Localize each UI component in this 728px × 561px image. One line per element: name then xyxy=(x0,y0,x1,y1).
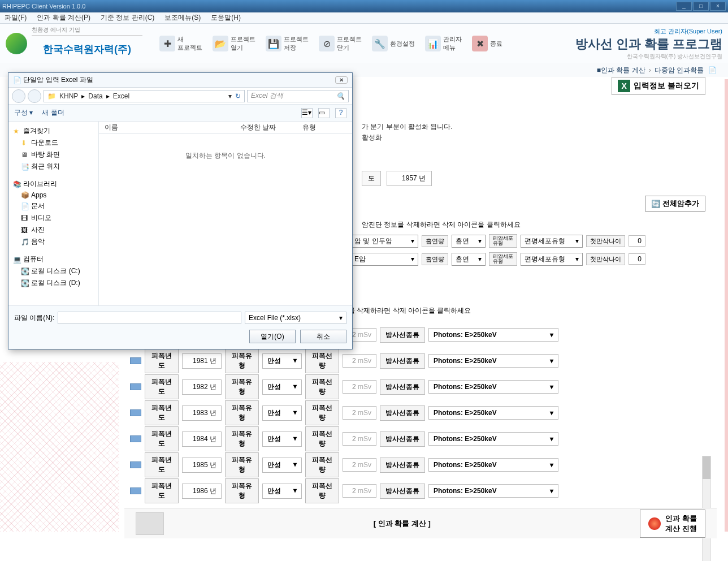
tree-videos[interactable]: 🎞비디오 xyxy=(11,212,96,224)
nav-back-button[interactable] xyxy=(12,89,25,103)
firstage-value[interactable]: 0 xyxy=(629,253,645,265)
filename-input[interactable] xyxy=(58,312,241,324)
close-project-button[interactable]: ⊘프로젝트 닫기 xyxy=(319,35,362,52)
view-mode-button[interactable]: ☰▾ xyxy=(301,108,313,118)
exposure-type-label: 피폭유형 xyxy=(225,426,259,451)
tree-cdisk[interactable]: 💽로컬 디스크 (C:) xyxy=(11,265,96,277)
delete-row-button[interactable] xyxy=(130,435,141,442)
radiation-kind-select[interactable]: Photons: E>250keV▾ xyxy=(428,406,558,420)
tree-documents[interactable]: 📄문서 xyxy=(11,200,96,212)
exposure-dose-value[interactable]: 2 mSv xyxy=(343,458,376,472)
celltype-select[interactable]: 편평세포유형▾ xyxy=(521,253,583,266)
col-name[interactable]: 이름 xyxy=(105,123,240,132)
path-bar[interactable]: 📁 KHNP ▸ Data ▸ Excel ▾ ↻ xyxy=(44,90,245,102)
exposure-type-select[interactable]: 만성▾ xyxy=(262,458,302,473)
exposure-dose-label: 피폭선량 xyxy=(305,478,339,503)
exposure-row: 피폭년도1984 년피폭유형만성▾피폭선량2 mSv방사선종류Photons: … xyxy=(130,426,673,451)
organize-button[interactable]: 구성 ▾ xyxy=(14,108,33,118)
exit-button[interactable]: ✖종료 xyxy=(472,36,502,51)
radiation-kind-select[interactable]: Photons: E>250keV▾ xyxy=(428,354,558,368)
delete-row-button[interactable] xyxy=(130,461,141,468)
birthyear-value[interactable]: 1957 년 xyxy=(387,171,432,186)
radiation-kind-select[interactable]: Photons: E>250keV▾ xyxy=(428,328,558,342)
settings-button[interactable]: 🔧환경설정 xyxy=(372,36,415,51)
exposure-dose-value[interactable]: 2 mSv xyxy=(343,354,376,368)
col-modified[interactable]: 수정한 날짜 xyxy=(240,123,302,132)
col-type[interactable]: 유형 xyxy=(302,123,316,132)
exposure-dose-value[interactable]: 2 mSv xyxy=(343,432,376,446)
main-toolbar: ✚새 프로젝트 📂프로젝트 열기 💾프로젝트 저장 ⊘프로젝트 닫기 🔧환경설정… xyxy=(159,35,502,52)
exposure-year-label: 피폭년도 xyxy=(145,478,179,503)
radiation-kind-label: 방사선종류 xyxy=(380,379,425,395)
smoking-select[interactable]: 흡연▾ xyxy=(452,235,486,248)
delete-row-button[interactable] xyxy=(130,383,141,390)
radiation-kind-select[interactable]: Photons: E>250keV▾ xyxy=(428,432,558,446)
tree-recent[interactable]: 📑최근 위치 xyxy=(11,161,96,172)
bottom-bar: [ 인과 확률 계산 ] 인과 확률 계산 진행 xyxy=(124,508,717,538)
new-project-button[interactable]: ✚새 프로젝트 xyxy=(159,35,202,52)
breadcrumb-2[interactable]: 다중암 인과확률 xyxy=(655,66,704,75)
dialog-close-button[interactable]: ✕ xyxy=(335,76,348,84)
exposure-type-select[interactable]: 만성▾ xyxy=(262,405,302,421)
celltype-select[interactable]: 편평세포유형▾ xyxy=(521,235,583,248)
exposure-dose-value[interactable]: 2 mSv xyxy=(343,406,376,420)
exposure-type-select[interactable]: 만성▾ xyxy=(262,379,302,395)
tree-apps[interactable]: 📦Apps xyxy=(11,190,96,200)
exposure-year-value[interactable]: 1982 년 xyxy=(182,379,222,395)
save-project-button[interactable]: 💾프로젝트 저장 xyxy=(266,35,309,52)
tree-music[interactable]: 🎵음악 xyxy=(11,236,96,248)
tree-downloads[interactable]: ⬇다운로드 xyxy=(11,137,96,149)
exposure-dose-value[interactable]: 2 mSv xyxy=(343,380,376,394)
tree-libraries[interactable]: 📚라이브러리 xyxy=(11,178,96,190)
maximize-button[interactable]: □ xyxy=(693,2,709,11)
cancer-type-select[interactable]: 암 및 인두암▾ xyxy=(350,235,418,248)
tree-ddisk[interactable]: 💽로컬 디스크 (D:) xyxy=(11,277,96,289)
menu-aux[interactable]: 보조메뉴(S) xyxy=(164,13,201,23)
radiation-kind-select[interactable]: Photons: E>250keV▾ xyxy=(428,484,558,498)
add-all-cancer-button[interactable]: 🔄 전체암추가 xyxy=(645,196,705,212)
tree-pictures[interactable]: 🖼사진 xyxy=(11,224,96,236)
tree-favorites[interactable]: ★즐겨찾기 xyxy=(11,125,96,137)
cancer-type-select[interactable]: E암▾ xyxy=(350,253,418,266)
dialog-search-input[interactable]: Excel 검색 🔍 xyxy=(247,90,349,102)
open-project-button[interactable]: 📂프로젝트 열기 xyxy=(213,35,255,52)
breadcrumb-1[interactable]: 인과 확률 계산 xyxy=(601,66,645,75)
help-button[interactable]: ? xyxy=(335,108,346,118)
delete-row-button[interactable] xyxy=(130,409,141,416)
dialog-open-button[interactable]: 열기(O) xyxy=(249,330,296,343)
menu-calc[interactable]: 인과 확률 계산(P) xyxy=(37,13,90,23)
app-name: 방사선 인과 확률 프로그램 xyxy=(575,36,722,53)
new-folder-button[interactable]: 새 폴더 xyxy=(42,108,64,118)
exposure-year-value[interactable]: 1983 년 xyxy=(182,405,222,421)
exposure-year-value[interactable]: 1986 년 xyxy=(182,484,222,499)
dialog-cancel-button[interactable]: 취소 xyxy=(300,330,346,343)
celltype-label: 폐암세포 유형 xyxy=(489,234,517,248)
exposure-type-select[interactable]: 만성▾ xyxy=(262,353,302,369)
radiation-kind-select[interactable]: Photons: E>250keV▾ xyxy=(428,458,558,472)
exposure-year-value[interactable]: 1981 년 xyxy=(182,353,222,369)
tree-desktop[interactable]: 🖥바탕 화면 xyxy=(11,149,96,161)
preview-pane-button[interactable]: ▭ xyxy=(318,108,330,118)
firstage-value[interactable]: 0 xyxy=(629,235,645,247)
menu-baseinfo[interactable]: 기준 정보 관리(C) xyxy=(101,13,154,23)
menu-help[interactable]: 도움말(H) xyxy=(211,13,241,23)
exposure-year-value[interactable]: 1985 년 xyxy=(182,458,222,473)
radiation-kind-select[interactable]: Photons: E>250keV▾ xyxy=(428,380,558,394)
close-button[interactable]: × xyxy=(710,2,726,11)
smoking-select[interactable]: 흡연▾ xyxy=(452,253,486,266)
delete-row-button[interactable] xyxy=(130,357,141,364)
refresh-path-icon[interactable]: ↻ xyxy=(235,92,241,100)
load-input-button[interactable]: X 입력정보 불러오기 xyxy=(612,77,705,95)
filetype-dropdown[interactable]: Excel File (*.xlsx)▾ xyxy=(245,312,346,324)
delete-row-button[interactable] xyxy=(130,487,141,494)
exposure-dose-value[interactable]: 2 mSv xyxy=(343,484,376,498)
nav-forward-button[interactable] xyxy=(28,89,41,103)
admin-menu-button[interactable]: 📊관리자 메뉴 xyxy=(425,35,462,52)
run-calc-button[interactable]: 인과 확률 계산 진행 xyxy=(640,510,705,538)
tree-computer[interactable]: 💻컴퓨터 xyxy=(11,253,96,265)
minimize-button[interactable]: _ xyxy=(676,2,692,11)
exposure-type-select[interactable]: 만성▾ xyxy=(262,431,302,447)
exposure-year-value[interactable]: 1984 년 xyxy=(182,431,222,447)
menu-file[interactable]: 파일(F) xyxy=(5,13,27,23)
exposure-type-select[interactable]: 만성▾ xyxy=(262,484,302,499)
